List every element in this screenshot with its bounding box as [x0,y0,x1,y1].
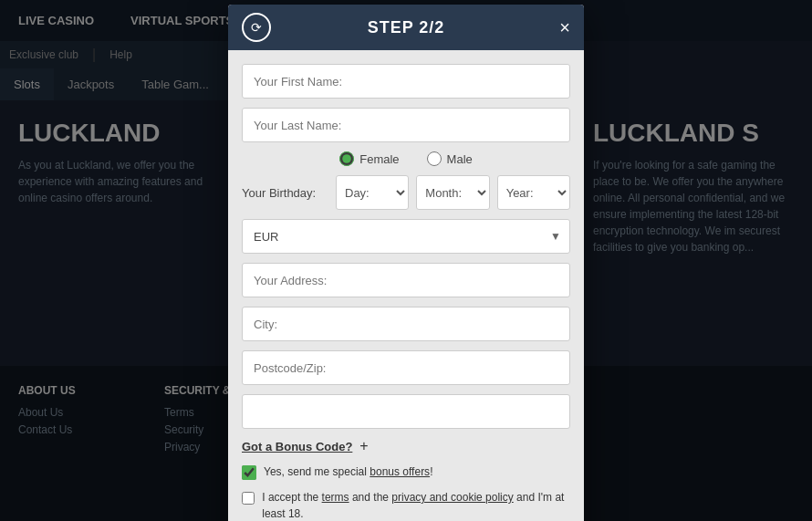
first-name-input[interactable] [242,64,570,99]
gender-female-label[interactable]: Female [339,151,399,166]
terms-text: I accept the terms and the privacy and c… [262,489,570,521]
bonus-code-label[interactable]: Got a Bonus Code? [242,440,352,453]
currency-wrapper: EUR USD GBP CAD AUD ▼ [242,219,570,254]
gender-female-radio[interactable] [339,151,354,166]
address-input[interactable] [242,263,570,297]
registration-modal: ⟳ STEP 2/2 × Female Male Your Birthday: [228,5,584,521]
bonus-offers-link[interactable]: bonus offers [370,465,430,478]
svg-text:⟳: ⟳ [251,20,262,35]
gender-male-text: Male [447,152,473,166]
gender-male-label[interactable]: Male [427,151,473,166]
special-offers-checkbox[interactable] [242,465,256,480]
terms-link[interactable]: terms [322,491,349,504]
birthday-year-select[interactable]: Year: [497,175,570,210]
modal-header: ⟳ STEP 2/2 × [228,5,584,50]
city-input[interactable] [242,307,570,341]
terms-checkbox[interactable] [242,491,255,505]
modal-title: STEP 2/2 [368,18,445,37]
postcode-input[interactable] [242,350,570,385]
birthday-label: Your Birthday: [242,186,328,200]
birthday-month-select[interactable]: Month: [416,175,489,210]
special-offers-row: Yes, send me special bonus offers! [242,464,570,480]
gender-male-radio[interactable] [427,151,442,166]
extra-input[interactable] [242,394,570,429]
gender-female-text: Female [359,152,399,166]
special-offers-text: Yes, send me special bonus offers! [264,464,432,480]
gender-radio-group: Female Male [242,151,570,166]
birthday-day-select[interactable]: Day: [336,175,409,210]
modal-logo: ⟳ [242,13,271,42]
privacy-policy-link[interactable]: privacy and cookie policy [391,491,513,504]
modal-body: Female Male Your Birthday: Day: Month: Y… [228,50,584,521]
modal-close-button[interactable]: × [559,18,570,36]
bonus-code-row: Got a Bonus Code? + [242,438,570,454]
bonus-add-icon[interactable]: + [359,438,368,454]
terms-row: I accept the terms and the privacy and c… [242,489,570,521]
birthday-row: Your Birthday: Day: Month: Year: [242,175,570,210]
currency-select[interactable]: EUR USD GBP CAD AUD [242,219,570,254]
last-name-input[interactable] [242,108,570,142]
